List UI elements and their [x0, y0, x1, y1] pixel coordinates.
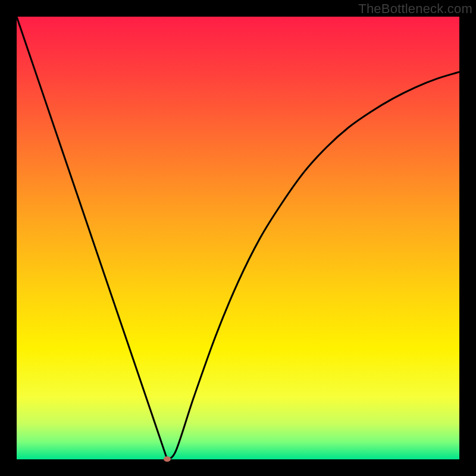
watermark-text: TheBottleneck.com	[358, 1, 472, 17]
gradient-background	[17, 17, 459, 459]
plot-area	[17, 17, 459, 459]
optimal-point-marker	[164, 456, 171, 462]
svg-rect-0	[17, 17, 459, 459]
